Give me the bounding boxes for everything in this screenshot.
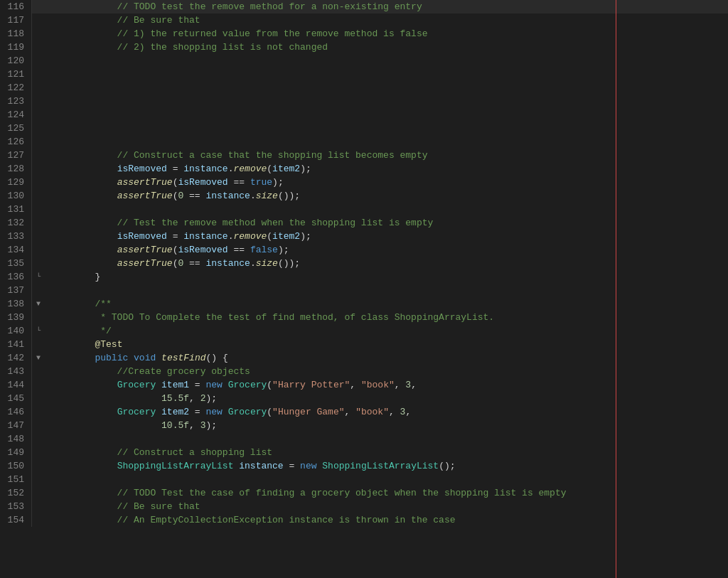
fold-gutter-143: [32, 365, 45, 378]
line-number-119: 119: [0, 41, 32, 54]
fold-gutter-148: [32, 432, 45, 446]
line-120: 120: [0, 54, 728, 68]
line-129: 129 assertTrue(isRemoved == true);: [0, 176, 728, 189]
line-number-151: 151: [0, 473, 32, 486]
fold-gutter-133: [32, 230, 45, 243]
line-number-128: 128: [0, 162, 32, 176]
line-number-132: 132: [0, 216, 32, 230]
code-content-145: 15.5f, 2);: [45, 392, 728, 405]
fold-gutter-136[interactable]: └: [32, 270, 45, 284]
line-number-144: 144: [0, 378, 32, 392]
line-number-148: 148: [0, 432, 32, 446]
fold-gutter-121: [32, 68, 45, 81]
fold-gutter-154: [32, 513, 45, 527]
code-content-130: assertTrue(0 == instance.size());: [45, 189, 728, 203]
line-148: 148: [0, 432, 728, 446]
line-number-135: 135: [0, 257, 32, 270]
line-number-141: 141: [0, 338, 32, 351]
fold-gutter-144: [32, 378, 45, 392]
line-number-130: 130: [0, 189, 32, 203]
line-number-117: 117: [0, 14, 32, 27]
fold-gutter-128: [32, 162, 45, 176]
fold-gutter-131: [32, 203, 45, 216]
fold-gutter-149: [32, 446, 45, 459]
line-number-136: 136: [0, 270, 32, 284]
fold-gutter-140[interactable]: └: [32, 324, 45, 338]
line-126: 126: [0, 135, 728, 149]
line-133: 133 isRemoved = instance.remove(item2);: [0, 230, 728, 243]
line-150: 150 ShoppingListArrayList instance = new…: [0, 459, 728, 473]
line-number-123: 123: [0, 95, 32, 108]
fold-gutter-123: [32, 95, 45, 108]
line-139: 139 * TODO To Complete the test of find …: [0, 311, 728, 324]
fold-gutter-142[interactable]: ▼: [32, 351, 45, 365]
line-number-140: 140: [0, 324, 32, 338]
code-content-125: [45, 122, 728, 135]
code-content-140: */: [45, 324, 728, 338]
line-143: 143 //Create grocery objects: [0, 365, 728, 378]
line-136: 136 └ }: [0, 270, 728, 284]
code-content-150: ShoppingListArrayList instance = new Sho…: [45, 459, 728, 473]
line-number-126: 126: [0, 135, 32, 149]
fold-gutter-137: [32, 284, 45, 297]
code-content-121: [45, 68, 728, 81]
fold-gutter-151: [32, 473, 45, 486]
line-124: 124: [0, 108, 728, 122]
line-144: 144 Grocery item1 = new Grocery("Harry P…: [0, 378, 728, 392]
line-number-134: 134: [0, 243, 32, 257]
line-number-129: 129: [0, 176, 32, 189]
fold-gutter-122: [32, 81, 45, 95]
line-147: 147 10.5f, 3);: [0, 419, 728, 432]
fold-gutter-138[interactable]: ▼: [32, 297, 45, 311]
code-content-123: [45, 95, 728, 108]
fold-gutter-139: [32, 311, 45, 324]
code-content-128: isRemoved = instance.remove(item2);: [45, 162, 728, 176]
fold-gutter-150: [32, 459, 45, 473]
line-number-153: 153: [0, 500, 32, 513]
code-content-151: [45, 473, 728, 486]
line-number-133: 133: [0, 230, 32, 243]
code-content-139: * TODO To Complete the test of find meth…: [45, 311, 728, 324]
line-134: 134 assertTrue(isRemoved == false);: [0, 243, 728, 257]
line-number-138: 138: [0, 297, 32, 311]
fold-gutter-132: [32, 216, 45, 230]
code-content-117: // Be sure that: [45, 14, 728, 27]
line-number-143: 143: [0, 365, 32, 378]
fold-gutter-134: [32, 243, 45, 257]
fold-gutter-116: [32, 0, 45, 14]
fold-gutter-145: [32, 392, 45, 405]
line-127: 127 // Construct a case that the shoppin…: [0, 149, 728, 162]
line-140: 140 └ */: [0, 324, 728, 338]
line-118: 118 // 1) the returned value from the re…: [0, 27, 728, 41]
code-content-126: [45, 135, 728, 149]
line-number-121: 121: [0, 68, 32, 81]
line-number-116: 116: [0, 0, 32, 14]
line-number-131: 131: [0, 203, 32, 216]
code-content-154: // An EmptyCollectionException instance …: [45, 513, 728, 527]
line-128: 128 isRemoved = instance.remove(item2);: [0, 162, 728, 176]
line-number-150: 150: [0, 459, 32, 473]
line-146: 146 Grocery item2 = new Grocery("Hunger …: [0, 405, 728, 419]
line-130: 130 assertTrue(0 == instance.size());: [0, 189, 728, 203]
line-123: 123: [0, 95, 728, 108]
code-content-142: public void testFind() {: [45, 351, 728, 365]
line-number-124: 124: [0, 108, 32, 122]
line-154: 154 // An EmptyCollectionException insta…: [0, 513, 728, 527]
code-content-116: // TODO test the remove method for a non…: [45, 0, 728, 14]
line-145: 145 15.5f, 2);: [0, 392, 728, 405]
fold-gutter-126: [32, 135, 45, 149]
code-editor: 116 // TODO test the remove method for a…: [0, 0, 728, 578]
line-number-145: 145: [0, 392, 32, 405]
fold-gutter-152: [32, 486, 45, 500]
code-content-136: }: [45, 270, 728, 284]
line-number-122: 122: [0, 81, 32, 95]
fold-gutter-153: [32, 500, 45, 513]
fold-gutter-119: [32, 41, 45, 54]
line-number-139: 139: [0, 311, 32, 324]
code-content-144: Grocery item1 = new Grocery("Harry Potte…: [45, 378, 728, 392]
code-content-127: // Construct a case that the shopping li…: [45, 149, 728, 162]
code-content-138: /**: [45, 297, 728, 311]
line-number-149: 149: [0, 446, 32, 459]
code-content-153: // Be sure that: [45, 500, 728, 513]
fold-gutter-147: [32, 419, 45, 432]
